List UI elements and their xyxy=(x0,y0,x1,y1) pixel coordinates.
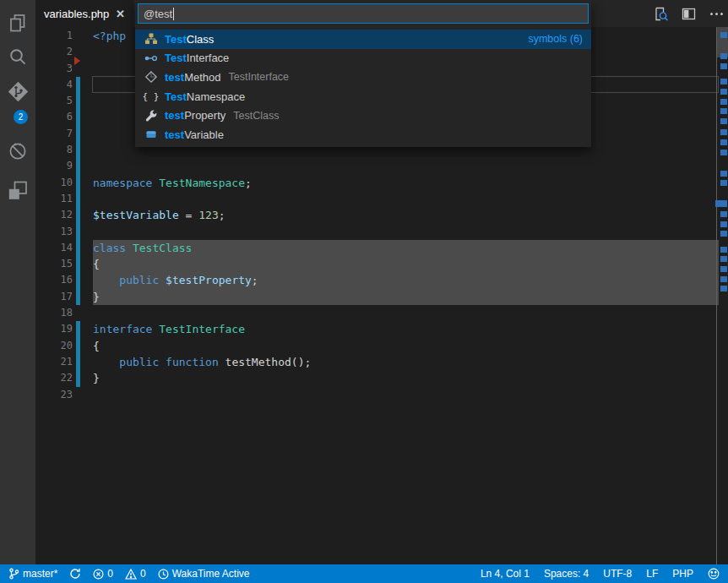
modified-line-marker xyxy=(76,207,80,223)
gutter[interactable] xyxy=(73,207,93,223)
status-master[interactable]: master* xyxy=(8,568,57,580)
modified-line-marker xyxy=(76,93,80,109)
gutter[interactable] xyxy=(73,158,93,174)
code-line[interactable]: 11 xyxy=(35,191,720,207)
files-icon xyxy=(7,13,29,35)
status-smiley[interactable] xyxy=(708,568,720,580)
code-line[interactable]: 14class TestClass xyxy=(35,240,720,256)
code-line[interactable]: 21 public function testMethod(); xyxy=(35,354,720,370)
status-0[interactable]: 0 xyxy=(93,568,113,580)
activity-bar: 2 xyxy=(0,0,35,564)
overview-decoration xyxy=(720,118,727,124)
code-line[interactable]: 15{ xyxy=(35,256,720,272)
status-php[interactable]: PHP xyxy=(672,568,693,580)
gutter[interactable] xyxy=(73,175,93,191)
line-number: 17 xyxy=(35,289,73,305)
status-sync[interactable] xyxy=(69,568,81,580)
sidebar-item-search[interactable] xyxy=(0,41,35,74)
sidebar-item-debug[interactable] xyxy=(0,134,35,168)
code-line[interactable]: 13 xyxy=(35,224,720,240)
line-number: 7 xyxy=(35,126,73,142)
gutter[interactable] xyxy=(73,44,93,60)
sidebar-item-extensions[interactable] xyxy=(0,174,35,208)
code-line[interactable]: 17} xyxy=(35,289,720,305)
modified-line-marker xyxy=(76,289,80,305)
document-search-icon[interactable] xyxy=(652,5,669,22)
status-utf-8[interactable]: UTF-8 xyxy=(603,568,632,580)
gutter[interactable] xyxy=(73,93,93,109)
code-line[interactable]: 23 xyxy=(35,387,720,403)
overview-decoration xyxy=(720,180,727,186)
line-number: 16 xyxy=(35,272,73,288)
quick-open-item[interactable]: { }TestNamespace xyxy=(135,87,591,106)
code-line[interactable]: 16 public $testProperty; xyxy=(35,272,720,288)
tab-variables-php[interactable]: variables.php ✕ xyxy=(35,0,133,27)
gutter[interactable] xyxy=(73,272,93,288)
sidebar-item-source-control[interactable]: 2 xyxy=(0,74,35,108)
code-text: } xyxy=(93,370,720,386)
gutter[interactable] xyxy=(73,61,93,77)
gutter[interactable] xyxy=(73,289,93,305)
status-lf[interactable]: LF xyxy=(646,568,658,580)
gutter[interactable] xyxy=(73,256,93,272)
quick-open-item[interactable]: testVariable xyxy=(135,125,591,144)
quick-open-item[interactable]: TestInterface xyxy=(135,49,591,68)
quick-open-item[interactable]: TestClasssymbols (6) xyxy=(135,30,591,49)
more-actions-icon[interactable] xyxy=(708,5,725,22)
gutter[interactable] xyxy=(73,224,93,240)
sidebar-item-explorer[interactable] xyxy=(0,7,35,41)
status-ln-4-col-1[interactable]: Ln 4, Col 1 xyxy=(481,568,530,580)
code-text: interface TestInterface xyxy=(93,321,720,337)
code-line[interactable]: 18 xyxy=(35,305,720,321)
code-line[interactable]: 9 xyxy=(35,158,720,174)
gutter[interactable] xyxy=(73,142,93,158)
gutter[interactable] xyxy=(73,321,93,337)
gutter[interactable] xyxy=(73,305,93,321)
gutter[interactable] xyxy=(73,28,93,44)
gutter[interactable] xyxy=(73,370,93,386)
quick-open-item[interactable]: testPropertyTestClass xyxy=(135,106,591,125)
gutter[interactable] xyxy=(73,126,93,142)
close-icon[interactable]: ✕ xyxy=(116,8,125,20)
overview-decoration xyxy=(720,247,727,253)
overview-decoration xyxy=(720,63,727,69)
symbol-label: TestNamespace xyxy=(165,90,245,103)
overview-decoration xyxy=(720,211,727,217)
gutter[interactable] xyxy=(73,191,93,207)
overview-decoration xyxy=(720,108,727,114)
gutter[interactable] xyxy=(73,338,93,354)
code-text: { xyxy=(93,338,720,354)
namespace-symbol-icon: { } xyxy=(144,90,158,103)
quick-open-list: TestClasssymbols (6)TestInterfacetestMet… xyxy=(135,30,591,144)
gutter[interactable] xyxy=(73,109,93,125)
status-wakatime-active[interactable]: WakaTime Active xyxy=(158,568,250,580)
quick-open-item[interactable]: testMethodTestInterface xyxy=(135,68,591,87)
line-number: 18 xyxy=(35,305,73,321)
line-number: 10 xyxy=(35,175,73,191)
code-line[interactable]: 12$testVariable = 123; xyxy=(35,207,720,223)
gutter[interactable] xyxy=(73,77,93,93)
code-line[interactable]: 19interface TestInterface xyxy=(35,321,720,337)
code-line[interactable]: 20{ xyxy=(35,338,720,354)
modified-line-marker xyxy=(76,77,80,93)
quick-open-input[interactable]: @test xyxy=(138,3,589,24)
split-editor-icon[interactable] xyxy=(680,5,697,22)
status-0[interactable]: 0 xyxy=(125,568,146,580)
modified-line-marker xyxy=(76,191,80,207)
status-spaces-4[interactable]: Spaces: 4 xyxy=(544,568,589,580)
symbol-label: testVariable xyxy=(165,128,224,141)
code-line[interactable]: 10namespace TestNamespace; xyxy=(35,175,720,191)
code-text: public function testMethod(); xyxy=(93,354,720,370)
gutter[interactable] xyxy=(73,354,93,370)
gutter[interactable] xyxy=(73,240,93,256)
symbol-label: TestInterface xyxy=(165,52,229,64)
code-line[interactable]: 22} xyxy=(35,370,720,386)
code-text xyxy=(93,224,720,240)
overview-decoration xyxy=(720,53,727,59)
status-bar: master*00WakaTime Active Ln 4, Col 1Spac… xyxy=(0,564,728,583)
gutter[interactable] xyxy=(73,387,93,403)
modified-line-marker xyxy=(76,126,80,142)
overview-decoration xyxy=(720,256,727,262)
line-number: 13 xyxy=(35,224,73,240)
line-number: 19 xyxy=(35,321,73,337)
